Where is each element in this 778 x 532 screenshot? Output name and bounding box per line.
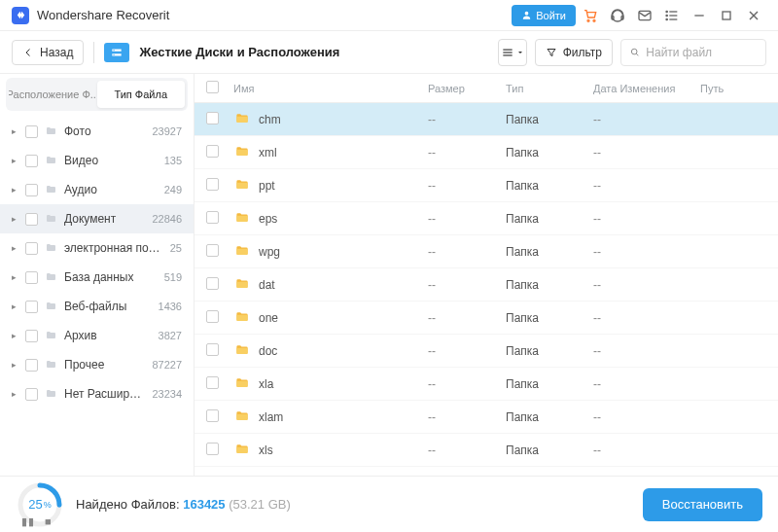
category-count: 23927 (152, 125, 182, 137)
category-checkbox[interactable] (25, 213, 38, 226)
category-name: Аудио (64, 183, 159, 196)
expand-icon[interactable]: ▸ (12, 156, 19, 165)
expand-icon[interactable]: ▸ (12, 272, 19, 282)
table-row[interactable]: xlam--Папка-- (194, 401, 778, 434)
expand-icon[interactable]: ▸ (12, 214, 19, 224)
row-checkbox[interactable] (206, 376, 219, 389)
folder-icon (233, 276, 251, 294)
file-date: -- (593, 113, 690, 126)
col-size[interactable]: Размер (428, 83, 496, 94)
table-row[interactable]: xla--Папка-- (194, 368, 778, 401)
category-checkbox[interactable] (25, 125, 38, 138)
category-checkbox[interactable] (25, 301, 38, 313)
category-checkbox[interactable] (25, 155, 38, 167)
table-row[interactable]: one--Папка-- (194, 301, 778, 335)
file-date: -- (593, 146, 690, 160)
back-button[interactable]: Назад (12, 40, 84, 65)
table-row[interactable]: wpg--Папка-- (194, 235, 778, 268)
expand-icon[interactable]: ▸ (12, 301, 19, 311)
list-icon[interactable] (659, 3, 685, 28)
col-type[interactable]: Тип (506, 83, 584, 94)
sidebar-item[interactable]: ▸Веб-файлы1436 (0, 292, 194, 321)
file-size: -- (428, 311, 496, 325)
login-button[interactable]: Войти (512, 5, 576, 26)
sidebar-item[interactable]: ▸электронная почта25 (0, 233, 194, 263)
row-checkbox[interactable] (206, 178, 219, 191)
category-checkbox[interactable] (25, 388, 38, 401)
row-checkbox[interactable] (206, 443, 219, 455)
col-path[interactable]: Путь (700, 83, 766, 94)
tab-location[interactable]: Расположение Ф... (9, 81, 97, 108)
folder-icon (233, 408, 251, 426)
filter-label: Фильтр (563, 46, 602, 59)
category-name: электронная почта (64, 241, 164, 255)
table-row[interactable]: xltx--Папка-- (194, 467, 778, 476)
support-icon[interactable] (605, 3, 630, 28)
sidebar-item[interactable]: ▸Аудио249 (0, 175, 194, 204)
row-checkbox[interactable] (206, 211, 219, 224)
sidebar-item[interactable]: ▸Нет Расширения23234 (0, 379, 194, 408)
svg-point-17 (114, 50, 115, 51)
table-row[interactable]: ppt--Папка-- (194, 169, 778, 202)
sidebar-item[interactable]: ▸Фото23927 (0, 117, 194, 146)
category-checkbox[interactable] (25, 330, 38, 342)
category-checkbox[interactable] (25, 242, 38, 255)
expand-icon[interactable]: ▸ (12, 126, 19, 136)
expand-icon[interactable]: ▸ (12, 331, 19, 340)
row-checkbox[interactable] (206, 343, 219, 356)
expand-icon[interactable]: ▸ (12, 185, 19, 195)
sidebar-item[interactable]: ▸Архив3827 (0, 321, 194, 350)
tab-filetype[interactable]: Тип Файла (97, 81, 186, 108)
file-type: Папка (506, 410, 584, 424)
file-date: -- (593, 410, 690, 424)
folder-icon (233, 144, 251, 161)
col-date[interactable]: Дата Изменения (593, 83, 690, 94)
filter-button[interactable]: Фильтр (535, 39, 613, 66)
table-row[interactable]: dat--Папка-- (194, 268, 778, 301)
file-name: xml (259, 146, 277, 160)
row-checkbox[interactable] (206, 145, 219, 158)
folder-icon (44, 213, 58, 225)
table-row[interactable]: xls--Папка-- (194, 434, 778, 467)
table-row[interactable]: chm--Папка-- (194, 103, 778, 136)
sidebar-item[interactable]: ▸Прочее87227 (0, 350, 194, 379)
expand-icon[interactable]: ▸ (12, 360, 19, 370)
folder-icon (233, 210, 251, 228)
minimize-icon[interactable] (687, 3, 712, 28)
maximize-icon[interactable] (714, 3, 739, 28)
cart-icon[interactable] (578, 3, 603, 28)
view-mode-button[interactable] (498, 39, 527, 66)
search-input[interactable] (646, 46, 758, 59)
col-name[interactable]: Имя (233, 83, 418, 94)
file-type: Папка (506, 245, 584, 259)
folder-icon (44, 301, 58, 312)
category-checkbox[interactable] (25, 184, 38, 196)
pause-button[interactable]: ▮▮ (21, 515, 35, 528)
row-checkbox[interactable] (206, 310, 219, 323)
category-checkbox[interactable] (25, 359, 38, 372)
table-row[interactable]: xml--Папка-- (194, 136, 778, 169)
table-row[interactable]: eps--Папка-- (194, 202, 778, 235)
row-checkbox[interactable] (206, 409, 219, 422)
mail-icon[interactable] (632, 3, 657, 28)
row-checkbox[interactable] (206, 112, 219, 124)
expand-icon[interactable]: ▸ (12, 389, 19, 399)
folder-icon (233, 442, 251, 459)
folder-icon (233, 243, 251, 261)
expand-icon[interactable]: ▸ (12, 243, 19, 253)
select-all-checkbox[interactable] (206, 81, 219, 93)
table-row[interactable]: doc--Папка-- (194, 335, 778, 368)
category-name: Архив (64, 329, 153, 342)
folder-icon (44, 359, 58, 371)
sidebar-item[interactable]: ▸Видео135 (0, 146, 194, 175)
close-icon[interactable] (741, 3, 766, 28)
sidebar-item[interactable]: ▸База данных519 (0, 263, 194, 292)
folder-icon (233, 342, 251, 360)
sidebar-item[interactable]: ▸Документ22846 (0, 204, 194, 233)
category-checkbox[interactable] (25, 271, 38, 284)
stop-button[interactable]: ■ (45, 515, 53, 528)
row-checkbox[interactable] (206, 277, 219, 290)
recover-button[interactable]: Восстановить (643, 488, 762, 521)
row-checkbox[interactable] (206, 244, 219, 257)
search-box[interactable] (620, 39, 766, 66)
